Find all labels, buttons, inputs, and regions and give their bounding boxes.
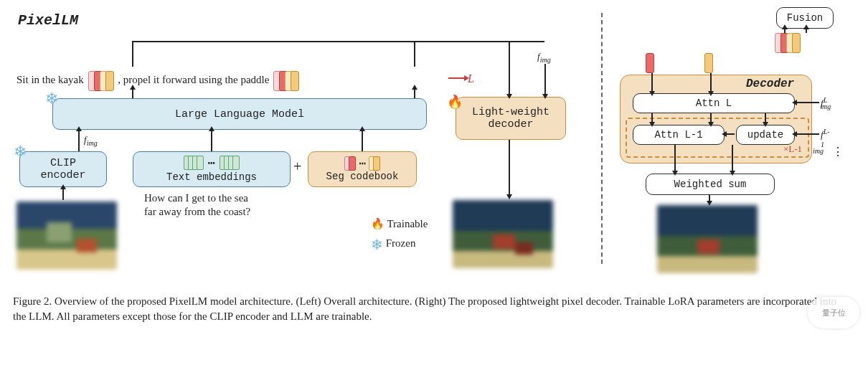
seg-label: Seg codebook bbox=[326, 171, 399, 182]
fire-icon: 🔥 bbox=[447, 94, 463, 110]
arrow-textemb-llm bbox=[211, 130, 212, 151]
decoder-input-token-red bbox=[647, 53, 653, 73]
decoder-output-image bbox=[657, 205, 758, 273]
update-box: update bbox=[736, 125, 795, 145]
times-L-1: ×L-1 bbox=[783, 143, 802, 155]
decoder-input-token-ora bbox=[706, 53, 712, 73]
watermark-badge: 量子位 bbox=[808, 297, 859, 328]
snowflake-icon-legend: ❄ bbox=[371, 237, 383, 252]
clip-label: CLIP encoder bbox=[40, 157, 85, 181]
model-title: PixelLM bbox=[18, 12, 78, 29]
seg-codebook-box: ⋯ Seg codebook bbox=[308, 151, 417, 187]
snowflake-icon: ❄ bbox=[42, 90, 61, 108]
arrow-fimg-decoder bbox=[544, 64, 546, 95]
question-text: How can I get to the sea far away from t… bbox=[144, 191, 250, 219]
vdots-icon: ⋮ bbox=[832, 145, 844, 158]
fusion-tokens bbox=[776, 33, 799, 53]
output-sentence: Sit in the kayak , propel it forward usi… bbox=[16, 71, 301, 91]
llm-box: Large Language Model bbox=[52, 98, 427, 130]
text-emb-tokens: ⋯ bbox=[185, 155, 237, 171]
legend-frozen: ❄ Frozen bbox=[371, 236, 415, 253]
attn-L-box: Attn L bbox=[633, 93, 795, 113]
seg-tokens: ⋯ bbox=[346, 156, 379, 171]
fire-icon-legend: 🔥 bbox=[371, 218, 385, 229]
fimg-Lm1-label: fL-1img bbox=[821, 128, 833, 155]
sentence-part2: , propel it forward using the paddle bbox=[118, 74, 269, 85]
llm-label: Large Language Model bbox=[175, 108, 304, 120]
lightweight-decoder-box: Light-weight decoder bbox=[456, 97, 566, 140]
clip-encoder-box: CLIP encoder bbox=[19, 151, 107, 187]
loss-arrow-line bbox=[448, 77, 466, 79]
weighted-sum-box: Weighted sum bbox=[646, 174, 775, 195]
arrow-decoder-out bbox=[509, 140, 510, 196]
token-group-2 bbox=[275, 74, 298, 85]
fimg-L-label: fLimg bbox=[821, 96, 831, 110]
decoder-label: Light-weight decoder bbox=[472, 106, 549, 131]
figure-caption: Figure 2. Overview of the proposed Pixel… bbox=[13, 294, 852, 323]
vertical-divider bbox=[601, 13, 603, 264]
output-image bbox=[453, 200, 553, 268]
fimg-top-label: fimg bbox=[537, 51, 551, 64]
figure-page: PixelLM Sit in the kayak , propel it for… bbox=[0, 0, 868, 370]
plus-sign: + bbox=[293, 158, 301, 175]
fimg-left-label: fimg bbox=[84, 134, 98, 147]
snowflake-icon-clip: ❄ bbox=[11, 143, 29, 161]
text-emb-label: Text embeddings bbox=[166, 171, 257, 183]
decoder-title: Decoder bbox=[746, 77, 794, 90]
token-group-1 bbox=[90, 74, 115, 85]
arrow-clip-llm bbox=[78, 130, 80, 151]
attn-Lm1-box: Attn L-1 bbox=[633, 125, 725, 145]
loss-arrowhead bbox=[464, 75, 469, 81]
text-embeddings-box: ⋯ Text embeddings bbox=[133, 151, 291, 187]
legend-trainable: 🔥 Trainable bbox=[371, 217, 428, 230]
sentence-part1: Sit in the kayak bbox=[16, 74, 84, 85]
input-image bbox=[16, 201, 117, 270]
arrow-seg-llm bbox=[362, 130, 363, 151]
top-bus bbox=[132, 41, 544, 42]
left-architecture: PixelLM Sit in the kayak , propel it for… bbox=[13, 7, 588, 274]
right-decoder-detail: Fusion Decoder ×L-1 Attn L Attn L-1 upda… bbox=[617, 6, 854, 274]
